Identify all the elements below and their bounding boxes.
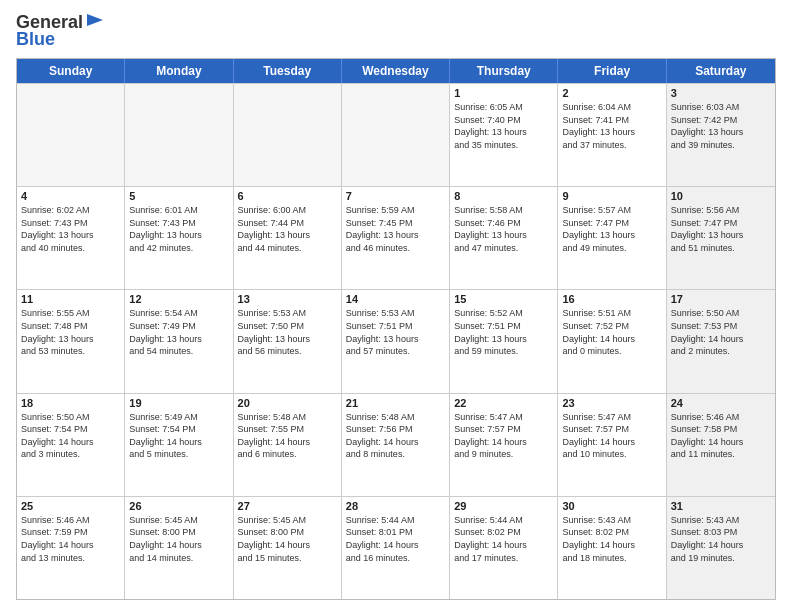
calendar-cell: 13Sunrise: 5:53 AM Sunset: 7:50 PM Dayli… [234, 290, 342, 392]
calendar-cell: 23Sunrise: 5:47 AM Sunset: 7:57 PM Dayli… [558, 394, 666, 496]
weekday-header-wednesday: Wednesday [342, 59, 450, 83]
weekday-header-tuesday: Tuesday [234, 59, 342, 83]
day-info: Sunrise: 6:05 AM Sunset: 7:40 PM Dayligh… [454, 101, 553, 151]
calendar-week-5: 25Sunrise: 5:46 AM Sunset: 7:59 PM Dayli… [17, 496, 775, 599]
day-number: 17 [671, 293, 771, 305]
day-number: 11 [21, 293, 120, 305]
day-number: 4 [21, 190, 120, 202]
day-info: Sunrise: 5:48 AM Sunset: 7:55 PM Dayligh… [238, 411, 337, 461]
day-info: Sunrise: 5:48 AM Sunset: 7:56 PM Dayligh… [346, 411, 445, 461]
weekday-header-sunday: Sunday [17, 59, 125, 83]
day-info: Sunrise: 6:00 AM Sunset: 7:44 PM Dayligh… [238, 204, 337, 254]
calendar-cell: 8Sunrise: 5:58 AM Sunset: 7:46 PM Daylig… [450, 187, 558, 289]
day-info: Sunrise: 5:47 AM Sunset: 7:57 PM Dayligh… [454, 411, 553, 461]
calendar-cell: 17Sunrise: 5:50 AM Sunset: 7:53 PM Dayli… [667, 290, 775, 392]
weekday-header-monday: Monday [125, 59, 233, 83]
day-info: Sunrise: 5:44 AM Sunset: 8:02 PM Dayligh… [454, 514, 553, 564]
calendar-cell: 24Sunrise: 5:46 AM Sunset: 7:58 PM Dayli… [667, 394, 775, 496]
calendar-cell: 6Sunrise: 6:00 AM Sunset: 7:44 PM Daylig… [234, 187, 342, 289]
day-info: Sunrise: 5:46 AM Sunset: 7:58 PM Dayligh… [671, 411, 771, 461]
day-number: 12 [129, 293, 228, 305]
weekday-header-thursday: Thursday [450, 59, 558, 83]
calendar-body: 1Sunrise: 6:05 AM Sunset: 7:40 PM Daylig… [17, 83, 775, 599]
calendar-cell: 31Sunrise: 5:43 AM Sunset: 8:03 PM Dayli… [667, 497, 775, 599]
day-info: Sunrise: 5:59 AM Sunset: 7:45 PM Dayligh… [346, 204, 445, 254]
day-number: 27 [238, 500, 337, 512]
calendar-cell: 3Sunrise: 6:03 AM Sunset: 7:42 PM Daylig… [667, 84, 775, 186]
calendar-cell: 19Sunrise: 5:49 AM Sunset: 7:54 PM Dayli… [125, 394, 233, 496]
day-number: 10 [671, 190, 771, 202]
weekday-header-saturday: Saturday [667, 59, 775, 83]
day-info: Sunrise: 5:50 AM Sunset: 7:54 PM Dayligh… [21, 411, 120, 461]
calendar-header: SundayMondayTuesdayWednesdayThursdayFrid… [17, 59, 775, 83]
calendar-cell: 14Sunrise: 5:53 AM Sunset: 7:51 PM Dayli… [342, 290, 450, 392]
day-info: Sunrise: 5:52 AM Sunset: 7:51 PM Dayligh… [454, 307, 553, 357]
calendar: SundayMondayTuesdayWednesdayThursdayFrid… [16, 58, 776, 600]
day-info: Sunrise: 5:44 AM Sunset: 8:01 PM Dayligh… [346, 514, 445, 564]
calendar-week-3: 11Sunrise: 5:55 AM Sunset: 7:48 PM Dayli… [17, 289, 775, 392]
day-info: Sunrise: 5:56 AM Sunset: 7:47 PM Dayligh… [671, 204, 771, 254]
calendar-cell: 25Sunrise: 5:46 AM Sunset: 7:59 PM Dayli… [17, 497, 125, 599]
day-info: Sunrise: 5:46 AM Sunset: 7:59 PM Dayligh… [21, 514, 120, 564]
day-number: 22 [454, 397, 553, 409]
day-number: 28 [346, 500, 445, 512]
calendar-cell: 1Sunrise: 6:05 AM Sunset: 7:40 PM Daylig… [450, 84, 558, 186]
day-info: Sunrise: 5:43 AM Sunset: 8:02 PM Dayligh… [562, 514, 661, 564]
calendar-cell: 22Sunrise: 5:47 AM Sunset: 7:57 PM Dayli… [450, 394, 558, 496]
day-number: 21 [346, 397, 445, 409]
day-number: 9 [562, 190, 661, 202]
header: General Blue [16, 12, 776, 50]
calendar-cell [17, 84, 125, 186]
calendar-week-4: 18Sunrise: 5:50 AM Sunset: 7:54 PM Dayli… [17, 393, 775, 496]
calendar-cell: 9Sunrise: 5:57 AM Sunset: 7:47 PM Daylig… [558, 187, 666, 289]
day-number: 23 [562, 397, 661, 409]
day-number: 31 [671, 500, 771, 512]
calendar-cell: 21Sunrise: 5:48 AM Sunset: 7:56 PM Dayli… [342, 394, 450, 496]
day-number: 26 [129, 500, 228, 512]
calendar-cell: 5Sunrise: 6:01 AM Sunset: 7:43 PM Daylig… [125, 187, 233, 289]
day-number: 1 [454, 87, 553, 99]
day-info: Sunrise: 5:55 AM Sunset: 7:48 PM Dayligh… [21, 307, 120, 357]
day-info: Sunrise: 5:53 AM Sunset: 7:51 PM Dayligh… [346, 307, 445, 357]
day-info: Sunrise: 5:51 AM Sunset: 7:52 PM Dayligh… [562, 307, 661, 357]
day-number: 3 [671, 87, 771, 99]
day-number: 6 [238, 190, 337, 202]
calendar-cell: 7Sunrise: 5:59 AM Sunset: 7:45 PM Daylig… [342, 187, 450, 289]
day-info: Sunrise: 5:58 AM Sunset: 7:46 PM Dayligh… [454, 204, 553, 254]
calendar-cell: 11Sunrise: 5:55 AM Sunset: 7:48 PM Dayli… [17, 290, 125, 392]
day-info: Sunrise: 6:04 AM Sunset: 7:41 PM Dayligh… [562, 101, 661, 151]
day-number: 13 [238, 293, 337, 305]
day-info: Sunrise: 5:45 AM Sunset: 8:00 PM Dayligh… [129, 514, 228, 564]
calendar-cell [125, 84, 233, 186]
day-number: 24 [671, 397, 771, 409]
day-number: 19 [129, 397, 228, 409]
day-info: Sunrise: 6:02 AM Sunset: 7:43 PM Dayligh… [21, 204, 120, 254]
calendar-cell: 30Sunrise: 5:43 AM Sunset: 8:02 PM Dayli… [558, 497, 666, 599]
page: General Blue SundayMondayTuesdayWednesda… [0, 0, 792, 612]
calendar-cell: 4Sunrise: 6:02 AM Sunset: 7:43 PM Daylig… [17, 187, 125, 289]
day-number: 7 [346, 190, 445, 202]
calendar-cell: 27Sunrise: 5:45 AM Sunset: 8:00 PM Dayli… [234, 497, 342, 599]
calendar-cell: 12Sunrise: 5:54 AM Sunset: 7:49 PM Dayli… [125, 290, 233, 392]
calendar-cell: 16Sunrise: 5:51 AM Sunset: 7:52 PM Dayli… [558, 290, 666, 392]
day-number: 30 [562, 500, 661, 512]
day-number: 8 [454, 190, 553, 202]
day-number: 2 [562, 87, 661, 99]
calendar-week-2: 4Sunrise: 6:02 AM Sunset: 7:43 PM Daylig… [17, 186, 775, 289]
calendar-cell: 26Sunrise: 5:45 AM Sunset: 8:00 PM Dayli… [125, 497, 233, 599]
calendar-cell: 18Sunrise: 5:50 AM Sunset: 7:54 PM Dayli… [17, 394, 125, 496]
svg-marker-0 [87, 14, 103, 26]
calendar-cell: 29Sunrise: 5:44 AM Sunset: 8:02 PM Dayli… [450, 497, 558, 599]
day-info: Sunrise: 5:49 AM Sunset: 7:54 PM Dayligh… [129, 411, 228, 461]
day-info: Sunrise: 5:53 AM Sunset: 7:50 PM Dayligh… [238, 307, 337, 357]
day-number: 29 [454, 500, 553, 512]
calendar-cell [342, 84, 450, 186]
day-number: 14 [346, 293, 445, 305]
calendar-week-1: 1Sunrise: 6:05 AM Sunset: 7:40 PM Daylig… [17, 83, 775, 186]
day-info: Sunrise: 5:43 AM Sunset: 8:03 PM Dayligh… [671, 514, 771, 564]
day-number: 20 [238, 397, 337, 409]
day-number: 15 [454, 293, 553, 305]
weekday-header-friday: Friday [558, 59, 666, 83]
day-info: Sunrise: 5:57 AM Sunset: 7:47 PM Dayligh… [562, 204, 661, 254]
calendar-cell: 20Sunrise: 5:48 AM Sunset: 7:55 PM Dayli… [234, 394, 342, 496]
